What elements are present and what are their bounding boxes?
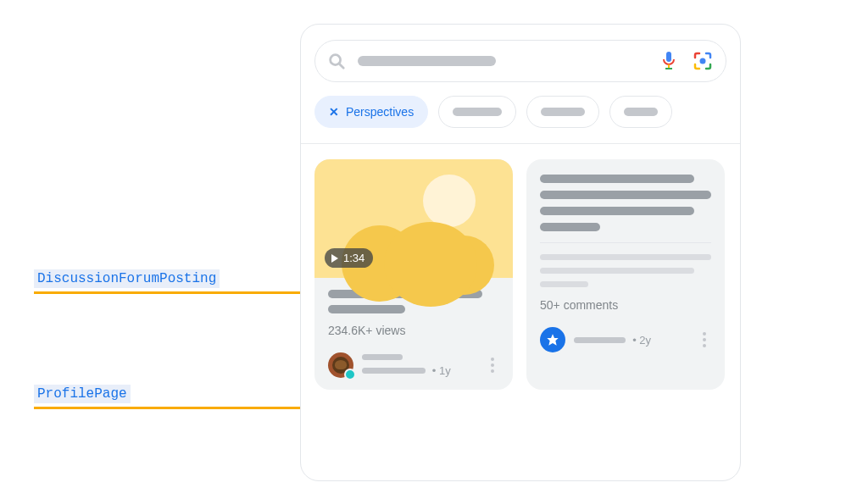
filter-chip-label: Perspectives <box>346 105 414 119</box>
filter-chip-row: ✕ Perspectives <box>314 96 726 128</box>
forum-comments: 50+ comments <box>540 298 711 312</box>
filter-chip[interactable] <box>438 96 516 128</box>
author-name-placeholder <box>574 337 626 343</box>
overflow-menu-icon[interactable] <box>698 332 711 347</box>
title-placeholder <box>540 223 600 231</box>
video-views: 234.6K+ views <box>328 324 499 337</box>
close-icon[interactable]: ✕ <box>329 105 339 119</box>
filter-chip-perspectives[interactable]: ✕ Perspectives <box>314 96 428 128</box>
svg-point-5 <box>700 58 706 64</box>
chip-placeholder <box>624 108 658 116</box>
svg-rect-2 <box>666 52 671 62</box>
lens-icon[interactable] <box>692 50 714 72</box>
video-thumbnail[interactable]: 1:34 <box>314 159 513 278</box>
filter-chip[interactable] <box>609 96 672 128</box>
chip-placeholder <box>453 108 502 116</box>
post-age: • 2y <box>632 334 651 347</box>
search-bar[interactable] <box>314 40 726 82</box>
author-row[interactable]: • 1y <box>314 347 513 390</box>
results-row: 1:34 234.6K+ views • 1y <box>314 159 726 390</box>
avatar[interactable] <box>328 352 353 378</box>
annotation-profile-page: ProfilePage <box>34 385 131 403</box>
search-icon <box>327 52 346 70</box>
snippet-placeholder <box>540 254 711 260</box>
title-placeholder <box>328 305 405 313</box>
snippet-placeholder <box>540 268 694 274</box>
chip-placeholder <box>541 108 585 116</box>
voice-search-icon[interactable] <box>658 50 680 72</box>
video-result-card[interactable]: 1:34 234.6K+ views • 1y <box>314 159 513 390</box>
device-frame: ✕ Perspectives 1:34 234.6K+ views <box>300 24 741 481</box>
snippet-placeholder <box>540 281 588 287</box>
annotation-discussion-forum: DiscussionForumPosting <box>34 269 220 288</box>
author-meta-placeholder <box>362 368 426 374</box>
annotation-line <box>34 407 339 409</box>
verified-badge-icon <box>344 369 356 380</box>
video-duration: 1:34 <box>343 252 364 264</box>
title-placeholder <box>540 207 694 215</box>
avatar[interactable] <box>540 327 565 352</box>
section-divider <box>301 143 740 144</box>
author-row[interactable]: • 2y <box>526 322 725 364</box>
filter-chip[interactable] <box>526 96 599 128</box>
video-duration-badge: 1:34 <box>325 248 373 268</box>
overflow-menu-icon[interactable] <box>486 358 499 373</box>
svg-line-1 <box>340 64 344 69</box>
card-divider <box>540 242 711 243</box>
search-placeholder <box>358 56 496 66</box>
title-placeholder <box>540 175 694 183</box>
svg-marker-6 <box>547 334 558 345</box>
forum-result-card[interactable]: 50+ comments • 2y <box>526 159 725 390</box>
title-placeholder <box>540 191 711 199</box>
play-icon <box>331 254 338 263</box>
post-age: • 1y <box>432 364 451 377</box>
author-name-placeholder <box>362 354 403 360</box>
